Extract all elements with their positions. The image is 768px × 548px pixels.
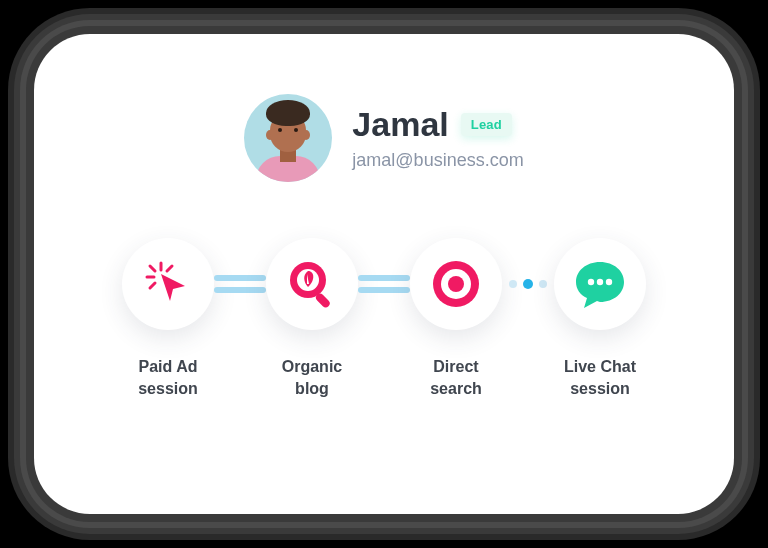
- card-frame: Jamal Lead jamal@business.com: [34, 34, 734, 514]
- svg-line-4: [150, 283, 155, 288]
- chat-icon: [572, 256, 628, 312]
- profile-info: Jamal Lead jamal@business.com: [352, 105, 523, 171]
- svg-point-13: [606, 279, 612, 285]
- journey-step-paid-ad: [122, 238, 214, 330]
- journey-row: [94, 238, 674, 330]
- profile-header: Jamal Lead jamal@business.com: [244, 94, 523, 182]
- journey-step-organic-blog: [266, 238, 358, 330]
- leaf-search-icon: [285, 257, 339, 311]
- step-label: Live Chat session: [554, 356, 646, 399]
- connector-double: [358, 274, 410, 294]
- step-label: Organic blog: [266, 356, 358, 399]
- svg-point-11: [588, 279, 594, 285]
- connector-dots: [502, 279, 554, 289]
- step-label: Paid Ad session: [122, 356, 214, 399]
- journey-labels: Paid Ad session Organic blog Direct sear…: [94, 356, 674, 399]
- svg-point-10: [448, 276, 464, 292]
- svg-line-2: [150, 266, 155, 271]
- svg-point-12: [597, 279, 603, 285]
- step-label: Direct search: [410, 356, 502, 399]
- target-icon: [429, 257, 483, 311]
- status-badge: Lead: [461, 113, 512, 136]
- cursor-click-icon: [143, 259, 193, 309]
- profile-email: jamal@business.com: [352, 150, 523, 171]
- svg-line-3: [167, 266, 172, 271]
- avatar: [244, 94, 332, 182]
- journey-step-direct-search: [410, 238, 502, 330]
- profile-name: Jamal: [352, 105, 448, 144]
- journey-step-live-chat: [554, 238, 646, 330]
- connector-double: [214, 274, 266, 294]
